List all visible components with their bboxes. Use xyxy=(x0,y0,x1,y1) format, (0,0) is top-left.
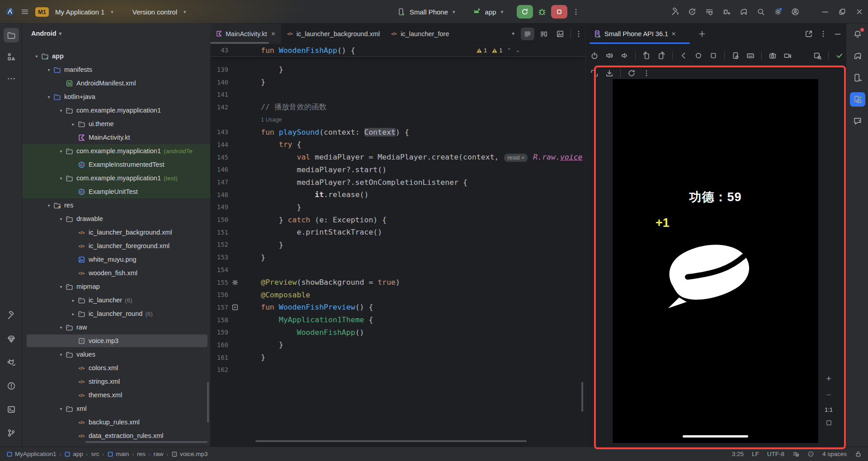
kebab-icon[interactable] xyxy=(642,69,651,77)
tree-item[interactable]: </>strings.xml xyxy=(22,375,210,388)
tree-item[interactable]: ▾drawable xyxy=(22,212,210,226)
code-line[interactable]: 142// 播放音效的函数 xyxy=(210,101,585,113)
line-ending[interactable]: LF xyxy=(752,451,759,457)
corner-resize-icon[interactable] xyxy=(590,69,599,77)
design-view-icon[interactable] xyxy=(553,28,567,40)
volume-down-icon[interactable] xyxy=(620,52,628,60)
tree-item[interactable]: ▸ic_launcher_round (6) xyxy=(22,307,210,320)
project-horizontal-scrollbar[interactable] xyxy=(85,441,208,443)
zoom-in-button[interactable]: + xyxy=(826,374,831,384)
nav-overview-icon[interactable] xyxy=(709,52,717,60)
tree-chevron-icon[interactable]: ▾ xyxy=(57,352,65,357)
tree-item[interactable]: </>ic_launcher_background.xml xyxy=(22,226,210,239)
tree-chevron-icon[interactable]: ▾ xyxy=(57,108,65,113)
code-line[interactable]: 139 } xyxy=(210,63,585,76)
breadcrumb-item[interactable]: main xyxy=(107,451,129,457)
code-line[interactable]: 161} xyxy=(210,351,585,364)
editor-tab[interactable]: </>ic_launcher_fore xyxy=(385,24,454,44)
emulator-more-icon[interactable] xyxy=(819,30,827,38)
tree-item[interactable]: ▸ic_launcher (6) xyxy=(22,293,210,307)
tree-item[interactable]: ▾mipmap xyxy=(22,280,210,293)
emulator-tab[interactable]: Small Phone API 36.1 ✕ xyxy=(590,24,679,44)
code-line[interactable]: 147 mediaPlayer?.setOnCompletionListener… xyxy=(210,176,585,188)
device-settings-icon[interactable] xyxy=(731,52,740,60)
gradle-sync-icon[interactable] xyxy=(740,8,748,16)
add-device-tab-icon[interactable] xyxy=(698,30,706,38)
tree-item[interactable]: </>wooden_fish.xml xyxy=(22,266,210,280)
indent-setting[interactable]: 4 spaces xyxy=(822,451,847,457)
tab-close-icon[interactable]: ✕ xyxy=(271,31,276,37)
tree-chevron-icon[interactable]: ▾ xyxy=(45,94,52,99)
vcs-widget[interactable]: Version control xyxy=(132,8,177,16)
sticky-code-line[interactable]: 43 fun WoodenFishApp() { xyxy=(210,44,585,57)
debug-button[interactable] xyxy=(538,7,547,16)
tree-chevron-icon[interactable]: ▾ xyxy=(57,149,65,154)
wooden-fish-image[interactable] xyxy=(660,235,764,316)
main-menu-icon[interactable] xyxy=(21,8,29,16)
tree-item[interactable]: ▾raw xyxy=(22,320,210,334)
tree-item[interactable]: ▾values xyxy=(22,348,210,361)
tree-item[interactable]: ▾com.example.myapplication1 xyxy=(22,103,210,117)
tree-item[interactable]: ▾app xyxy=(22,49,210,63)
rotate-left-icon[interactable] xyxy=(642,52,651,60)
tree-item[interactable]: </>colors.xml xyxy=(22,361,210,375)
run-configurations-icon[interactable] xyxy=(705,8,713,16)
build-icon[interactable] xyxy=(671,8,679,16)
terminal-icon[interactable] xyxy=(4,402,19,417)
code-line[interactable]: 151 e.printStackTrace() xyxy=(210,226,585,239)
code-line[interactable]: 145 val mediaPlayer = MediaPlayer.create… xyxy=(210,151,585,164)
code-line[interactable]: 152 } xyxy=(210,239,585,251)
running-devices-icon[interactable] xyxy=(850,92,865,107)
tree-item[interactable]: </>themes.xml xyxy=(22,388,210,402)
code-line[interactable]: 158 MyApplication1Theme { xyxy=(210,314,585,326)
tree-chevron-icon[interactable]: ▸ xyxy=(70,122,77,127)
breadcrumb-item[interactable]: MyApplication1 xyxy=(6,451,57,457)
tree-item[interactable]: ▾manifests xyxy=(22,63,210,76)
reset-icon[interactable] xyxy=(627,69,636,77)
code-line[interactable]: 146 mediaPlayer?.start() xyxy=(210,164,585,176)
tree-chevron-icon[interactable]: ▾ xyxy=(57,406,65,411)
tree-item[interactable]: ▾com.example.myapplication1 (androidTe xyxy=(22,144,210,158)
code-line[interactable]: 141 xyxy=(210,88,585,101)
project-chevron-icon[interactable]: ▾ xyxy=(111,9,113,15)
tree-chevron-icon[interactable]: ▾ xyxy=(57,176,65,181)
warning-count[interactable]: 1 xyxy=(476,47,487,54)
version-control-icon[interactable] xyxy=(4,426,19,440)
code-line[interactable]: 162 xyxy=(210,364,585,376)
tree-chevron-icon[interactable]: ▾ xyxy=(57,284,65,289)
rerun-button[interactable] xyxy=(517,5,533,19)
screen-record-icon[interactable] xyxy=(783,52,792,60)
code-line[interactable]: 159 WoodenFishApp() xyxy=(210,326,585,339)
emulator-tab-close-icon[interactable]: ✕ xyxy=(671,31,676,37)
code-line[interactable]: 150 } catch (e: Exception) { xyxy=(210,213,585,226)
close-icon[interactable] xyxy=(855,8,863,16)
code-line[interactable]: 149 } xyxy=(210,201,585,214)
editor-tab[interactable]: </>ic_launcher_background.xml xyxy=(281,24,386,44)
running-check-icon[interactable] xyxy=(835,52,844,60)
attach-debugger-icon[interactable] xyxy=(722,8,731,16)
device-manager-icon[interactable] xyxy=(850,71,865,85)
code-line[interactable]: 153} xyxy=(210,251,585,263)
app-insights-icon[interactable] xyxy=(4,332,19,346)
tree-chevron-icon[interactable]: ▸ xyxy=(70,298,77,303)
code-line[interactable]: 155@Preview(showBackground = true) xyxy=(210,276,585,289)
more-actions-icon[interactable] xyxy=(572,8,580,16)
tree-item[interactable]: CExampleInstrumentedTest xyxy=(22,158,210,171)
stop-button[interactable] xyxy=(551,5,567,19)
open-in-window-icon[interactable] xyxy=(805,30,813,38)
tree-item[interactable]: ▾res xyxy=(22,198,210,212)
profile-app-icon[interactable]: A xyxy=(688,8,696,16)
code-line[interactable]: 154 xyxy=(210,263,585,276)
tree-item[interactable]: CExampleUnitTest xyxy=(22,185,210,198)
code-line[interactable]: 160 } xyxy=(210,339,585,351)
prev-issue-icon[interactable]: ⌃ xyxy=(507,47,511,53)
device-chevron-icon[interactable]: ▾ xyxy=(453,9,455,15)
tree-item[interactable]: ▸ui.theme xyxy=(22,117,210,131)
next-issue-icon[interactable]: ⌄ xyxy=(516,47,520,53)
tree-item[interactable]: </>data_extraction_rules.xml xyxy=(22,429,210,442)
search-everywhere-icon[interactable] xyxy=(757,8,765,16)
tree-item[interactable]: MAndroidManifest.xml xyxy=(22,76,210,90)
hide-panel-icon[interactable] xyxy=(834,30,842,38)
restore-icon[interactable] xyxy=(838,8,846,16)
cursor-position[interactable]: 3:25 xyxy=(732,451,744,457)
